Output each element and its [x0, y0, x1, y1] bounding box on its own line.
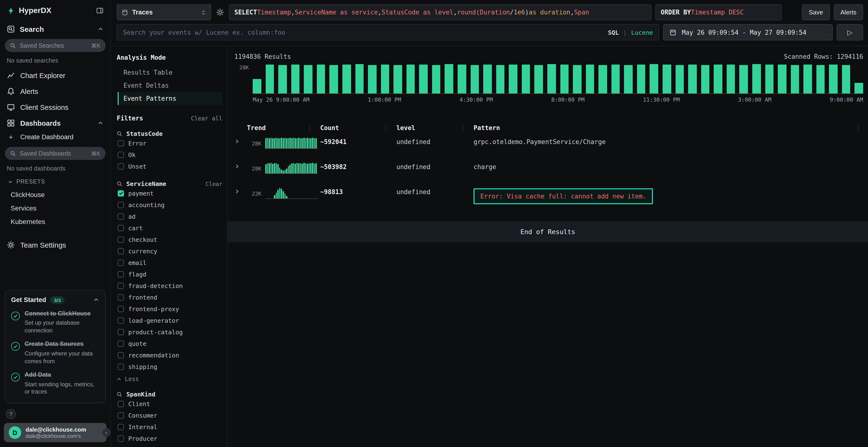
- histogram-bar[interactable]: [253, 79, 261, 94]
- filter-option-recommendation[interactable]: recommendation: [117, 349, 222, 361]
- filter-option-producer[interactable]: Producer: [117, 433, 222, 444]
- histogram-bar[interactable]: [419, 65, 428, 94]
- sidebar-item-alerts[interactable]: Alerts: [0, 83, 111, 99]
- histogram-bar[interactable]: [483, 65, 492, 94]
- filter-option-client[interactable]: Client: [117, 398, 222, 409]
- histogram-bar[interactable]: [688, 65, 696, 94]
- checkbox[interactable]: [118, 340, 124, 347]
- histogram-bar[interactable]: [470, 65, 479, 94]
- run-query-button[interactable]: ▷: [837, 24, 863, 40]
- histogram-bar[interactable]: [381, 65, 389, 94]
- histogram-bar[interactable]: [675, 65, 684, 94]
- filter-option-currency[interactable]: currency: [117, 245, 222, 257]
- histogram-bar[interactable]: [803, 64, 812, 94]
- histogram-bar[interactable]: [394, 65, 402, 94]
- order-by-editor[interactable]: ORDER BY Timestamp DESC: [655, 4, 782, 20]
- histogram-bar[interactable]: [445, 64, 453, 94]
- expand-chevron-icon[interactable]: [235, 187, 247, 194]
- column-menu-icon[interactable]: ⋮: [307, 125, 312, 131]
- histogram-bar[interactable]: [522, 65, 530, 94]
- filter-option-consumer[interactable]: Consumer: [117, 409, 222, 421]
- sidebar-item-team-settings[interactable]: Team Settings: [0, 237, 111, 253]
- histogram-bar[interactable]: [342, 65, 351, 94]
- checkbox[interactable]: [118, 364, 124, 370]
- filter-option-frontend-proxy[interactable]: frontend-proxy: [117, 303, 222, 314]
- filter-option-checkout[interactable]: checkout: [117, 234, 222, 245]
- expand-chevron-icon[interactable]: [235, 137, 247, 144]
- checkbox[interactable]: [118, 151, 124, 158]
- histogram-bar[interactable]: [598, 65, 607, 94]
- filter-option-product-catalog[interactable]: product-catalog: [117, 326, 222, 338]
- query-settings-gear-icon[interactable]: [215, 4, 225, 20]
- filter-option-load-generator[interactable]: load-generator: [117, 314, 222, 326]
- analysis-mode-event-deltas[interactable]: Event Deltas: [118, 79, 222, 92]
- histogram-bar[interactable]: [727, 65, 735, 94]
- filter-option-email[interactable]: email: [117, 257, 222, 268]
- create-dashboard-button[interactable]: + Create Dashboard: [0, 131, 111, 145]
- checkbox[interactable]: [118, 306, 124, 312]
- filter-option-fraud-detection[interactable]: fraud-detection: [117, 280, 222, 291]
- filter-option-unset[interactable]: Unset: [117, 161, 222, 172]
- histogram-bar[interactable]: [586, 65, 594, 94]
- histogram-bar[interactable]: [406, 64, 415, 94]
- histogram-bar[interactable]: [650, 64, 658, 94]
- histogram-bar[interactable]: [765, 65, 774, 94]
- histogram-bar[interactable]: [752, 64, 761, 94]
- checkbox[interactable]: [118, 435, 124, 442]
- checkbox[interactable]: [118, 213, 124, 219]
- checkbox[interactable]: [118, 412, 124, 418]
- histogram-bar[interactable]: [547, 64, 556, 94]
- checkbox[interactable]: [118, 236, 124, 243]
- histogram-bar[interactable]: [458, 65, 466, 94]
- histogram-bar[interactable]: [790, 65, 799, 94]
- filter-option-error[interactable]: Error: [117, 137, 222, 149]
- chevron-up-icon[interactable]: [97, 120, 104, 126]
- histogram-bar[interactable]: [740, 65, 748, 94]
- filter-option-payment[interactable]: payment: [117, 187, 222, 199]
- sidebar-section-search[interactable]: Search: [0, 20, 111, 37]
- get-started-item[interactable]: Add Data Start sending logs, metrics, or…: [11, 371, 99, 396]
- filter-option-frontend[interactable]: frontend: [117, 291, 222, 303]
- filter-option-server[interactable]: Server: [117, 444, 222, 447]
- user-menu[interactable]: D dale@clickhouse.com dale@clickhouse.co…: [4, 423, 106, 442]
- get-started-item[interactable]: Create Data Sources Configure where your…: [11, 341, 99, 365]
- histogram-bar[interactable]: [637, 65, 646, 94]
- chevron-up-icon[interactable]: [93, 297, 99, 303]
- histogram-bar[interactable]: [534, 65, 543, 94]
- date-range-picker[interactable]: May 26 09:09:54 - May 27 09:09:54: [663, 24, 833, 40]
- histogram-bar[interactable]: [304, 65, 312, 94]
- checkbox[interactable]: [118, 248, 124, 254]
- saved-dashboards-input[interactable]: Saved Dashboards ⌘K: [5, 147, 105, 160]
- checkbox[interactable]: [118, 202, 124, 208]
- collapse-sidebar-icon[interactable]: [96, 7, 104, 14]
- histogram-bar[interactable]: [829, 65, 838, 94]
- histogram-bar[interactable]: [330, 65, 338, 94]
- column-header-level[interactable]: level: [396, 124, 415, 132]
- histogram-bar[interactable]: [662, 65, 671, 94]
- sidebar-item-chart-explorer[interactable]: Chart Explorer: [0, 67, 111, 83]
- checkbox[interactable]: [118, 225, 124, 231]
- filter-option-quote[interactable]: quote: [117, 338, 222, 349]
- get-started-item[interactable]: Connect to ClickHouse Set up your databa…: [11, 310, 99, 335]
- sidebar-item-client-sessions[interactable]: Client Sessions: [0, 99, 111, 115]
- pattern-row[interactable]: 22K~98813undefinedError: Visa cache full…: [235, 183, 863, 209]
- histogram-bar[interactable]: [624, 65, 633, 94]
- table-settings-icon[interactable]: ⋮: [856, 125, 861, 131]
- histogram-bar[interactable]: [496, 65, 504, 94]
- histogram-bar[interactable]: [278, 65, 287, 94]
- language-toggle-sql[interactable]: SQL: [608, 29, 619, 36]
- presets-toggle[interactable]: PRESETS: [0, 175, 111, 188]
- column-menu-icon[interactable]: ⋮: [460, 125, 466, 131]
- checkbox[interactable]: [118, 401, 124, 407]
- pattern-row[interactable]: 28K~592041undefinedgrpc.oteldemo.Payment…: [235, 133, 863, 159]
- checkbox[interactable]: [118, 424, 124, 430]
- histogram-bar[interactable]: [560, 65, 568, 94]
- search-icon[interactable]: [117, 391, 123, 397]
- search-icon[interactable]: [117, 181, 123, 187]
- pattern-row[interactable]: 28K~503982undefinedcharge: [235, 159, 863, 183]
- expand-chevron-icon[interactable]: [235, 162, 247, 169]
- histogram-bar[interactable]: [778, 65, 786, 94]
- histogram-bar[interactable]: [714, 64, 722, 94]
- filter-option-cart[interactable]: cart: [117, 222, 222, 234]
- checkbox[interactable]: [118, 294, 124, 300]
